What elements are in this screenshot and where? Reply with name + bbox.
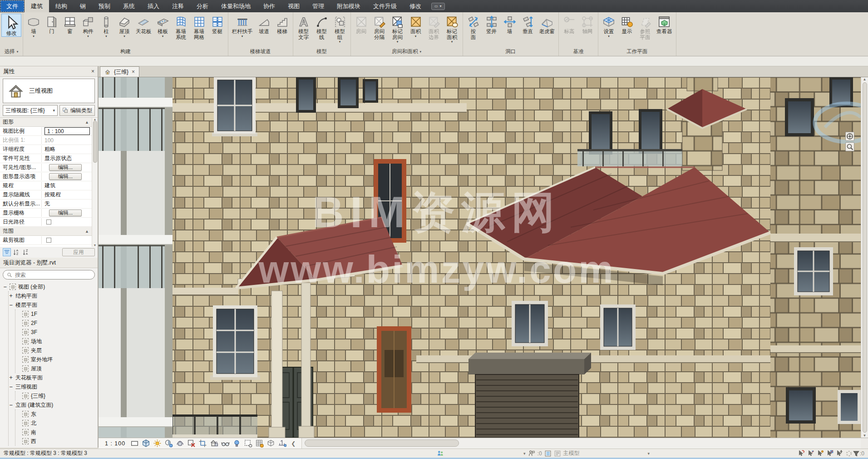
edit-button[interactable]: 编辑... — [49, 210, 82, 216]
property-value-input[interactable]: 1 : 100 — [44, 127, 90, 135]
collapse-icon[interactable]: − — [9, 384, 13, 390]
property-value[interactable]: 按规程 — [44, 191, 61, 199]
ribbon-button-墙[interactable]: 墙 — [501, 14, 519, 35]
chevron-down-icon[interactable]: ▾ — [523, 451, 526, 456]
ribbon-button-模型组[interactable]: 模型组▾ — [331, 14, 349, 44]
close-icon[interactable]: × — [91, 68, 94, 75]
window[interactable] — [600, 304, 636, 350]
menu-tab-钢[interactable]: 钢 — [74, 0, 92, 12]
ribbon-button-标记房间[interactable]: 标记房间▾ — [389, 14, 407, 44]
viewport-horizontal-scrollbar[interactable] — [302, 438, 861, 449]
ribbon-button-模型文字[interactable]: 模型文字 — [295, 14, 313, 40]
ribbon-button-查看器[interactable]: 查看器 — [654, 14, 675, 35]
ribbon-button-面积[interactable]: 面积▾ — [407, 14, 425, 38]
window[interactable] — [794, 247, 833, 295]
project-browser-header[interactable]: 项目浏览器 - 别墅.rvt — [0, 258, 98, 268]
chevron-down-icon[interactable]: ▾ — [17, 50, 19, 54]
menu-tab-协作[interactable]: 协作 — [257, 0, 281, 12]
design-options-icon[interactable] — [544, 450, 552, 457]
scrollbar-thumb[interactable] — [93, 121, 97, 163]
unlocked-3d-icon[interactable] — [210, 439, 218, 448]
menu-tab-文件升级[interactable]: 文件升级 — [367, 0, 403, 12]
tree-item-3F[interactable]: 3F — [15, 328, 98, 337]
render-dialog-icon[interactable] — [176, 439, 184, 448]
edit-button[interactable]: 编辑... — [49, 173, 82, 180]
ribbon-button-修改[interactable]: 修改 — [1, 14, 21, 37]
ribbon-button-坡道[interactable]: 坡道 — [255, 14, 273, 35]
filter-icon[interactable] — [853, 450, 860, 457]
property-value[interactable]: 显示原状态 — [44, 155, 72, 162]
search-input[interactable] — [15, 272, 91, 278]
window[interactable] — [212, 77, 257, 136]
menu-tab-管理[interactable]: 管理 — [306, 0, 330, 12]
close-icon[interactable]: × — [132, 69, 135, 75]
ribbon-button-竖梃[interactable]: 竖梃 — [208, 14, 227, 35]
shadows-icon[interactable] — [164, 439, 173, 448]
collapse-icon[interactable]: − — [9, 402, 13, 408]
orange-window-lower[interactable] — [377, 326, 411, 413]
garage-door[interactable] — [475, 374, 579, 438]
ribbon-button-楼板[interactable]: 楼板▾ — [154, 14, 172, 38]
tree-item-西[interactable]: 西 — [15, 437, 98, 446]
chevron-down-icon[interactable]: ▾ — [419, 50, 421, 54]
ribbon-button-房间分隔[interactable]: 房间分隔 — [370, 14, 389, 40]
menu-tab-结构[interactable]: 结构 — [49, 0, 74, 12]
menu-tab-分析[interactable]: 分析 — [190, 0, 215, 12]
menu-tab-附加模块[interactable]: 附加模块 — [330, 0, 367, 12]
scroll-down-icon[interactable]: ▼ — [94, 244, 97, 247]
tree-item-夹层[interactable]: 夹层 — [15, 346, 98, 355]
scroll-up-icon[interactable]: ▲ — [94, 118, 97, 121]
collapse-icon[interactable]: ▲ — [85, 229, 89, 234]
ribbon-button-设置[interactable]: 设置▾ — [600, 14, 618, 38]
property-value[interactable]: 无 — [44, 200, 50, 208]
ribbon-button-栏杆扶手[interactable]: 栏杆扶手▾ — [230, 14, 255, 38]
expand-icon[interactable]: + — [9, 374, 13, 381]
window[interactable] — [338, 77, 359, 108]
tree-item-{三维}[interactable]: {三维} — [15, 391, 98, 400]
property-value[interactable]: 100 — [44, 137, 54, 144]
checkbox[interactable] — [46, 238, 51, 243]
building-3d-model[interactable]: BIM资源网 www.bimzyw.com — [99, 77, 861, 438]
ribbon-button-按面[interactable]: 按面 — [464, 14, 483, 40]
crop-region-icon[interactable] — [198, 439, 207, 448]
steering-wheel-button[interactable] — [845, 132, 854, 141]
ribbon-button-天花板[interactable]: 天花板 — [133, 14, 154, 35]
ribbon-button-门[interactable]: 门 — [43, 14, 61, 35]
link-cursor-icon[interactable] — [807, 450, 814, 457]
menu-tab-视图[interactable]: 视图 — [281, 0, 306, 12]
tree-item-视图 (全部)[interactable]: −视图 (全部) — [3, 282, 98, 291]
tree-item-三维视图[interactable]: −三维视图 — [9, 382, 98, 391]
tree-item-1F[interactable]: 1F — [15, 309, 98, 319]
window[interactable] — [296, 77, 316, 113]
property-section-范围[interactable]: 范围▲ — [0, 227, 92, 236]
property-value[interactable]: 粗略 — [44, 145, 55, 153]
ribbon-button-老虎窗[interactable]: 老虎窗 — [537, 14, 557, 35]
sun-path-icon[interactable] — [153, 439, 162, 448]
ribbon-button-幕墙系统[interactable]: 幕墙系统 — [172, 14, 190, 40]
pin-cursor-icon[interactable] — [817, 450, 824, 457]
active-design-option-icon[interactable] — [554, 450, 561, 457]
drawing-area-3d-view[interactable]: BIM资源网 www.bimzyw.com — [99, 77, 861, 438]
menu-tab-体量和场地[interactable]: 体量和场地 — [215, 0, 257, 12]
temp-hide-isolate-icon[interactable] — [221, 439, 230, 448]
tree-item-场地[interactable]: 场地 — [15, 337, 98, 346]
property-filter-icon[interactable] — [3, 248, 11, 256]
crop-view-icon[interactable] — [187, 439, 196, 448]
ribbon-button-屋顶[interactable]: 屋顶▾ — [115, 14, 133, 38]
browser-search[interactable] — [3, 270, 95, 279]
edit-button[interactable]: 编辑... — [49, 164, 82, 171]
menu-tab-建筑[interactable]: 建筑 — [25, 0, 49, 12]
worksets-icon[interactable] — [528, 450, 535, 457]
ribbon-button-标记面积[interactable]: 标记面积▾ — [443, 14, 461, 44]
property-value[interactable]: 建筑 — [44, 182, 55, 190]
scroll-up-icon[interactable]: ▲ — [863, 77, 867, 81]
porch-window[interactable] — [210, 305, 260, 380]
ribbon-button-楼梯[interactable]: 楼梯 — [273, 14, 291, 35]
menu-tab-修改[interactable]: 修改 — [403, 0, 428, 12]
right-wall[interactable] — [770, 77, 861, 438]
garage[interactable] — [469, 353, 591, 438]
reveal-hidden-icon[interactable] — [232, 439, 241, 448]
property-section-图形[interactable]: 图形▲ — [0, 118, 92, 127]
expand-icon[interactable]: + — [9, 293, 13, 299]
file-menu-button[interactable]: 文件 — [0, 0, 24, 12]
